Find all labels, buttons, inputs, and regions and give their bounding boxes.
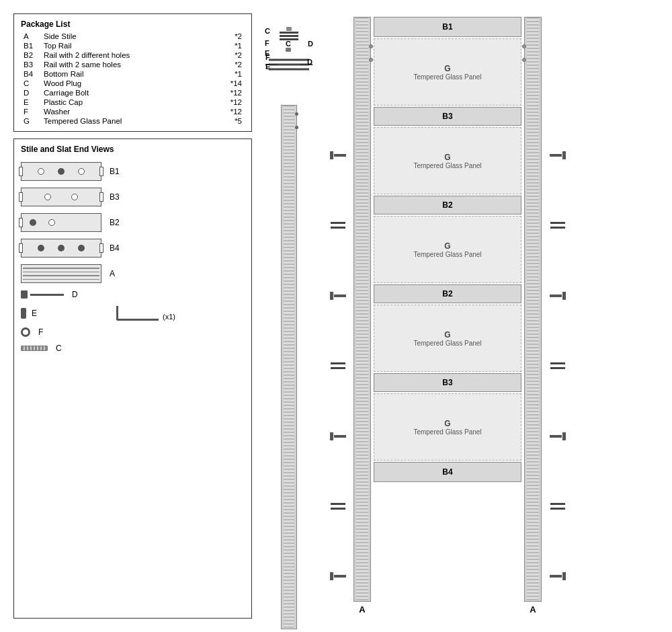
- stile-row-c: C: [21, 344, 245, 353]
- list-item: B1 Top Rail *1: [21, 41, 245, 50]
- glass-g5: G Tempered Glass Panel: [374, 393, 521, 461]
- a-lines: [22, 265, 101, 282]
- left-panel: Package List A Side Stile *2 B1 Top Rail…: [13, 13, 252, 619]
- svg-rect-0: [286, 48, 291, 52]
- e-label-diag: E: [265, 63, 270, 71]
- rail-b2a: B2: [374, 196, 521, 214]
- bolt-right-4: [550, 572, 566, 580]
- bolt-assembly: [280, 27, 298, 41]
- rail-b3b-label: B3: [442, 378, 452, 387]
- bolt-head-r3: [562, 432, 566, 440]
- bolt-shaft-l4: [334, 575, 346, 578]
- bolt-shaft-r1: [550, 154, 562, 157]
- glass-g3: G Tempered Glass Panel: [374, 216, 521, 283]
- glass-g5-label: G: [444, 419, 450, 428]
- rail-b1-label: B1: [442, 22, 452, 32]
- a-line: [23, 279, 99, 280]
- list-item: G Tempered Glass Panel *5: [21, 116, 245, 126]
- glass-g4-sublabel: Tempered Glass Panel: [413, 340, 481, 347]
- hw-line: [331, 362, 345, 364]
- hw-line-r: [550, 227, 565, 229]
- bolt-right-2: [550, 292, 566, 300]
- f-shape: [21, 327, 30, 337]
- hole-icon: [44, 194, 51, 200]
- conn-bump: [369, 58, 373, 62]
- hardware-labels-left: C: [265, 27, 270, 38]
- hole-icon: [38, 168, 44, 175]
- rail-b2b: B2: [374, 284, 521, 303]
- d-hw-label: D: [308, 40, 313, 48]
- list-item: F Washer *12: [21, 107, 245, 116]
- a-line: [23, 272, 99, 273]
- b1-label: B1: [110, 167, 130, 176]
- hw-lines-r3: [550, 503, 565, 510]
- b3-label: B3: [110, 192, 130, 202]
- c-hw-label: C: [265, 27, 270, 35]
- wood-plug-top: [286, 27, 292, 31]
- bolt-svg: [265, 48, 312, 81]
- d-label: D: [72, 290, 92, 299]
- a-shape: [21, 264, 101, 283]
- f-hw-label: F: [265, 39, 269, 47]
- list-item: B4 Bottom Rail *1: [21, 69, 245, 79]
- bolt-left-4: [330, 572, 346, 580]
- hw-set-1: [330, 151, 346, 159]
- hw-line-r: [550, 508, 565, 510]
- left-hw-col: [326, 17, 349, 619]
- glass-g2-label: G: [444, 153, 450, 162]
- hex-key-shaft: [122, 319, 159, 321]
- stile-row-f: F: [21, 327, 245, 337]
- e-row-content: E: [21, 308, 101, 319]
- stile-texture-r: [527, 17, 539, 601]
- bolt-shaft-icon: [30, 294, 64, 296]
- hex-key-label: (x1): [163, 313, 175, 321]
- stile-pattern: [284, 106, 294, 629]
- bolt-head-l3: [330, 432, 333, 440]
- c-label-diag: C: [286, 40, 291, 48]
- b2-label: B2: [110, 218, 130, 227]
- plug-icon: [21, 346, 48, 351]
- rail-b2b-label: B2: [442, 289, 452, 299]
- stile-row-e: E (x1): [21, 306, 245, 321]
- rail-b3a: B3: [374, 107, 521, 126]
- asm-with-stiles: A B1 G Tempered Glass Panel B3: [353, 17, 542, 619]
- rail-b1: B1: [374, 17, 521, 37]
- right-stile-bar: [524, 17, 542, 602]
- list-item: C Wood Plug *14: [21, 79, 245, 88]
- bolt-right-1: [550, 151, 566, 159]
- hw-line: [331, 508, 345, 510]
- package-list-title: Package List: [21, 19, 245, 29]
- conn-bump: [369, 44, 373, 48]
- bolt-head-l: [330, 151, 333, 159]
- stile-row-a: A: [21, 264, 245, 283]
- hole-icon: [48, 219, 55, 226]
- bolt-head-r2: [562, 292, 566, 300]
- right-stile-label: A: [524, 604, 542, 615]
- bolt-head-r4: [562, 572, 566, 580]
- middle-stile-section: A: [259, 98, 319, 632]
- d-label-diag: D: [307, 58, 312, 66]
- f-label-diag: F: [265, 53, 270, 61]
- glass-g2-sublabel: Tempered Glass Panel: [413, 162, 481, 169]
- conn-bump-r2: [522, 58, 526, 62]
- b4-label: B4: [110, 243, 130, 253]
- hw-line: [331, 503, 345, 505]
- middle-stile-bar: [281, 105, 297, 629]
- c-label: C: [56, 344, 76, 353]
- a-label: A: [110, 269, 130, 278]
- bolt-head-r1: [562, 151, 566, 159]
- list-item: E Plastic Cap *12: [21, 97, 245, 107]
- hex-key-group: (x1): [116, 306, 175, 321]
- hole-filled-icon: [30, 219, 36, 226]
- bolt-shaft-l: [334, 154, 346, 157]
- assembly-center: B1 G Tempered Glass Panel B3 G Tempered …: [374, 17, 521, 619]
- right-hw-col: [546, 17, 569, 619]
- bolt-shaft-r4: [550, 575, 562, 578]
- bolt-shaft-r2: [550, 294, 562, 297]
- rail-b3b: B3: [374, 373, 521, 392]
- main-assembly: A B1 G Tempered Glass Panel B3: [326, 13, 659, 619]
- bolt-shaft-r3: [550, 435, 562, 438]
- d-shape: [21, 290, 64, 299]
- hw-lines-3: [331, 503, 345, 510]
- hex-key-icon: [116, 306, 122, 321]
